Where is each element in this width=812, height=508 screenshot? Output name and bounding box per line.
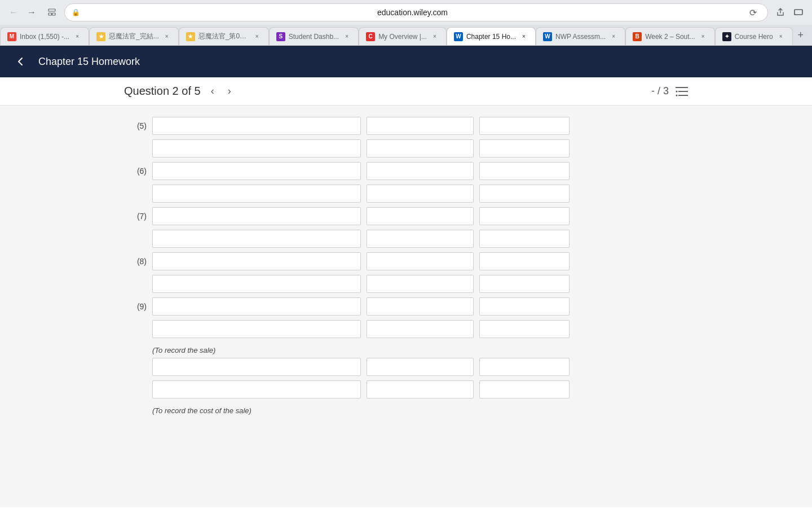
row-8b-input1[interactable] [152,275,361,293]
row-9b-input2[interactable] [367,320,474,338]
tab-close-overview[interactable]: × [430,32,439,41]
question-label: Question 2 of 5 [124,85,201,98]
row-5a-input2[interactable] [367,117,474,135]
tab-overview[interactable]: C My Overview |... × [359,27,447,45]
tab-nwp[interactable]: W NWP Assessm... × [536,27,625,45]
tab-close-chapter15[interactable]: × [519,32,528,41]
share-button[interactable] [773,5,788,20]
forward-nav-button[interactable]: → [24,5,39,20]
row-label-8: (8) [124,257,147,266]
browser-chrome: ← → 🔒 education.wiley.com ⟳ [0,0,812,46]
score-display: - / 3 [651,85,669,97]
row-5b-input1[interactable] [152,139,361,157]
row-7b-input2[interactable] [367,230,474,248]
tab-label-nwp: NWP Assessm... [555,33,606,41]
row-5a-input1[interactable] [152,117,361,135]
row-5b-input3[interactable] [479,139,570,157]
cast-button[interactable] [791,5,806,20]
row-5a-input3[interactable] [479,117,570,135]
url-text: education.wiley.com [83,8,742,17]
tab-manga1[interactable]: ★ 惡魔法官_完結... × [89,27,179,45]
row-7b-input1[interactable] [152,230,361,248]
tab-gmail[interactable]: M Inbox (1,550) -... × [0,27,89,45]
journal-row-7a: (7) [124,207,688,225]
row-extra1b-input1[interactable] [152,380,361,398]
tab-close-coursehero[interactable]: × [776,32,785,41]
svg-point-8 [676,90,678,92]
row-6b-input3[interactable] [479,185,570,203]
tab-close-manga1[interactable]: × [162,32,171,41]
svg-rect-2 [52,13,56,15]
journal-row-6a: (6) [124,162,688,180]
row-6b-input2[interactable] [367,185,474,203]
row-6b-input1[interactable] [152,185,361,203]
row-7a-input3[interactable] [479,207,570,225]
row-extra1a-input1[interactable] [152,358,361,376]
svg-rect-1 [48,13,52,15]
row-9a-input2[interactable] [367,297,474,316]
journal-row-5b [124,139,688,157]
row-9a-input1[interactable] [152,297,361,316]
tab-chapter15[interactable]: W Chapter 15 Ho... × [447,27,536,45]
row-8a-input1[interactable] [152,252,361,270]
row-label-9: (9) [124,302,147,311]
tab-label-chapter15: Chapter 15 Ho... [466,33,516,41]
browser-toolbar: ← → 🔒 education.wiley.com ⟳ [0,0,812,25]
tab-week2[interactable]: B Week 2 – Sout... × [625,27,715,45]
row-9b-input1[interactable] [152,320,361,338]
row-7b-input3[interactable] [479,230,570,248]
tab-student[interactable]: S Student Dashb... × [269,27,359,45]
prev-question-button[interactable]: ‹ [208,84,218,98]
row-7a-input2[interactable] [367,207,474,225]
new-tab-button[interactable]: + [793,27,809,43]
next-question-button[interactable]: › [224,84,235,98]
question-list-button[interactable] [676,86,688,97]
app-header: Chapter 15 Homework [0,46,812,77]
app-title: Chapter 15 Homework [38,56,140,68]
back-nav-button[interactable]: ← [6,5,21,20]
row-8a-input2[interactable] [367,252,474,270]
row-extra1b-input3[interactable] [479,380,570,398]
row-9a-input3[interactable] [479,297,570,316]
journal-section-9: (9) [124,297,688,338]
row-extra1a-input2[interactable] [367,358,474,376]
row-8b-input3[interactable] [479,275,570,293]
browser-actions [773,5,806,20]
tab-favicon-coursehero: ✦ [722,32,731,41]
journal-row-5a: (5) [124,117,688,135]
journal-row-extra1a [124,358,688,376]
row-9b-input3[interactable] [479,320,570,338]
row-8b-input2[interactable] [367,275,474,293]
tab-close-nwp[interactable]: × [609,32,618,41]
question-nav: Question 2 of 5 ‹ › - / 3 [0,77,812,106]
tab-coursehero[interactable]: ✦ Course Hero × [715,27,793,45]
tab-favicon-gmail: M [7,32,16,41]
row-extra1b-input2[interactable] [367,380,474,398]
row-label-6: (6) [124,167,147,176]
row-6a-input1[interactable] [152,162,361,180]
tab-label-week2: Week 2 – Sout... [645,33,695,41]
back-button[interactable] [11,52,29,71]
reload-button[interactable]: ⟳ [745,5,761,20]
tab-close-week2[interactable]: × [699,32,708,41]
svg-rect-4 [795,10,802,15]
tab-close-gmail[interactable]: × [73,32,82,41]
journal-section-5: (5) [124,117,688,157]
row-6a-input3[interactable] [479,162,570,180]
address-bar[interactable]: 🔒 education.wiley.com ⟳ [64,3,768,21]
journal-row-6b [124,185,688,203]
row-extra1a-input3[interactable] [479,358,570,376]
tab-close-manga2[interactable]: × [253,32,262,41]
row-5b-input2[interactable] [367,139,474,157]
row-7a-input1[interactable] [152,207,361,225]
row-6a-input2[interactable] [367,162,474,180]
row-label-7: (7) [124,212,147,221]
tab-favicon-student: S [276,32,285,41]
tab-close-student[interactable]: × [342,32,351,41]
nav-buttons: ← → [6,5,39,20]
tab-view-button[interactable] [44,5,60,20]
tabs-bar: M Inbox (1,550) -... × ★ 惡魔法官_完結... × ★ … [0,25,812,45]
tab-manga2[interactable]: ★ 惡魔法官_第01... × [179,27,269,45]
row-8a-input3[interactable] [479,252,570,270]
svg-rect-3 [795,10,802,15]
